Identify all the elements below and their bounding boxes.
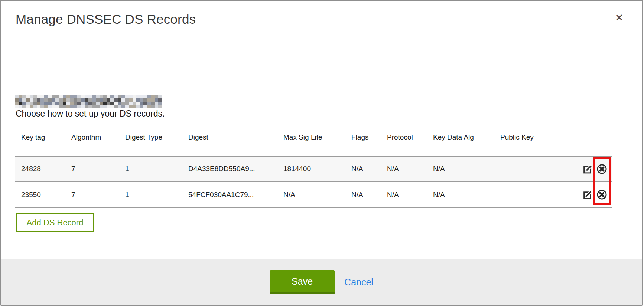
delete-record-icon[interactable] (596, 189, 607, 200)
col-header-key-data-alg: Key Data Alg (427, 129, 494, 156)
cell-actions (547, 181, 612, 208)
col-header-key-tag: Key tag (15, 129, 65, 156)
cell-key-tag: 23550 (15, 181, 65, 208)
cell-max-sig-life: 1814400 (277, 156, 345, 181)
cancel-link[interactable]: Cancel (344, 277, 373, 288)
cell-algorithm: 7 (65, 181, 119, 208)
cell-protocol: N/A (381, 181, 427, 208)
redacted-domain-name (15, 95, 162, 108)
manage-dnssec-dialog: Manage DNSSEC DS Records ✕ Choose how to… (0, 0, 643, 306)
cell-key-data-alg: N/A (427, 156, 494, 181)
table-row: 23550 7 1 54FCF030AA1C79... N/A N/A N/A … (15, 181, 612, 208)
cell-algorithm: 7 (65, 156, 119, 181)
close-icon[interactable]: ✕ (612, 10, 627, 25)
cell-digest-type: 1 (119, 181, 182, 208)
cell-key-tag: 24828 (15, 156, 65, 181)
cell-public-key (494, 181, 547, 208)
col-header-digest: Digest (182, 129, 277, 156)
table-row: 24828 7 1 D4A33E8DD550A9... 1814400 N/A … (15, 156, 612, 181)
col-header-protocol: Protocol (381, 129, 427, 156)
cell-protocol: N/A (381, 156, 427, 181)
add-ds-record-button[interactable]: Add DS Record (16, 213, 94, 232)
edit-record-icon[interactable] (583, 164, 593, 174)
ds-records-table: Key tag Algorithm Digest Type Digest Max… (15, 129, 612, 208)
cell-max-sig-life: N/A (277, 181, 345, 208)
cell-flags: N/A (345, 181, 381, 208)
cell-key-data-alg: N/A (427, 181, 494, 208)
cell-flags: N/A (345, 156, 381, 181)
col-header-max-sig-life: Max Sig Life (277, 129, 345, 156)
cell-digest: 54FCF030AA1C79... (182, 181, 277, 208)
col-header-actions (547, 129, 612, 156)
cell-actions (547, 156, 612, 181)
cell-public-key (494, 156, 547, 181)
edit-record-icon[interactable] (583, 190, 593, 200)
col-header-algorithm: Algorithm (65, 129, 119, 156)
save-button[interactable]: Save (270, 270, 335, 294)
cell-digest-type: 1 (119, 156, 182, 181)
cell-digest: D4A33E8DD550A9... (182, 156, 277, 181)
instruction-text: Choose how to set up your DS records. (16, 109, 165, 119)
dialog-footer: Save Cancel (1, 259, 642, 305)
dialog-title: Manage DNSSEC DS Records (16, 12, 196, 27)
col-header-public-key: Public Key (494, 129, 547, 156)
col-header-digest-type: Digest Type (119, 129, 182, 156)
delete-record-icon[interactable] (596, 164, 607, 174)
table-header-row: Key tag Algorithm Digest Type Digest Max… (15, 129, 612, 156)
col-header-flags: Flags (345, 129, 381, 156)
